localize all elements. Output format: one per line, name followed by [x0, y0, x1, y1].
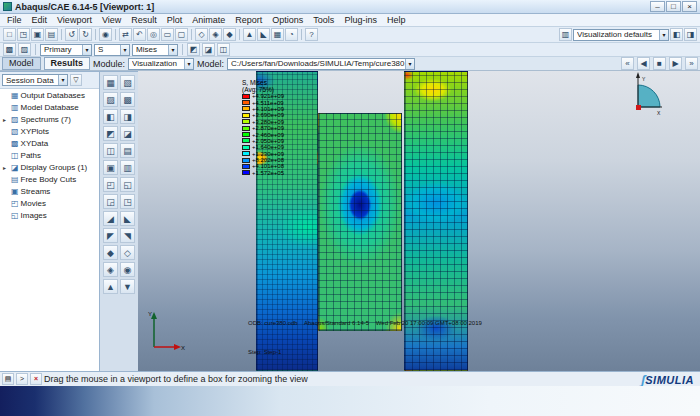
- display-group-manager-icon[interactable]: ◥: [120, 228, 135, 243]
- model-part-middle[interactable]: [318, 113, 402, 331]
- frame-selector-icon[interactable]: ◉: [120, 262, 135, 277]
- chevron-down-icon[interactable]: ▾: [58, 75, 67, 85]
- render-beam-profiles-icon[interactable]: ▥: [559, 28, 572, 41]
- tree-scope-select[interactable]: Session Data ▾: [2, 74, 68, 86]
- close-button[interactable]: ×: [682, 1, 697, 12]
- plot-contours-icon[interactable]: ▨: [103, 92, 118, 107]
- tree-item-free-body-cuts[interactable]: ▤ Free Body Cuts: [0, 173, 99, 185]
- plot-material-orientations-icon[interactable]: ◧: [103, 109, 118, 124]
- tree-item-xyplots[interactable]: ▧ XYPlots: [0, 125, 99, 137]
- view-cut-manager-icon[interactable]: ◳: [120, 194, 135, 209]
- minimize-button[interactable]: –: [650, 1, 665, 12]
- menu-options[interactable]: Options: [267, 15, 308, 25]
- contour-options-icon[interactable]: ◰: [103, 177, 118, 192]
- menu-edit[interactable]: Edit: [27, 15, 53, 25]
- animate-scale-factor-icon[interactable]: ◩: [103, 126, 118, 141]
- create-display-group-icon[interactable]: ◆: [103, 245, 118, 260]
- menu-animate[interactable]: Animate: [187, 15, 230, 25]
- plot-state-select[interactable]: Primary ▾: [40, 44, 92, 56]
- activate-view-cut-icon[interactable]: ◢: [103, 211, 118, 226]
- tree-item-output-databases[interactable]: ▦ Output Databases: [0, 89, 99, 101]
- chevron-down-icon[interactable]: ▾: [82, 45, 91, 55]
- menu-plugins[interactable]: Plug-ins: [339, 15, 382, 25]
- wireframe-render-icon[interactable]: ◇: [195, 28, 208, 41]
- view-compass[interactable]: Y X: [630, 71, 664, 119]
- field-variable-select[interactable]: S ▾: [94, 44, 130, 56]
- field-output-dialog-icon[interactable]: ▩: [3, 43, 16, 56]
- tree-item-paths[interactable]: ◫ Paths: [0, 149, 99, 161]
- tree-item-xydata[interactable]: ▩ XYData: [0, 137, 99, 149]
- menu-file[interactable]: File: [2, 15, 27, 25]
- stop-animation-icon[interactable]: ■: [653, 57, 666, 70]
- perspective-icon[interactable]: ◔: [285, 28, 298, 41]
- field-output-dialog-icon[interactable]: ◈: [103, 262, 118, 277]
- common-options-icon[interactable]: ▣: [103, 160, 118, 175]
- pan-view-icon[interactable]: ⇄: [119, 28, 132, 41]
- plot-symbols-icon[interactable]: ▩: [120, 92, 135, 107]
- animation-options-icon[interactable]: ▤: [120, 143, 135, 158]
- model-select[interactable]: C:/Users/fan/Downloads/SIMULIA/Temp/cure…: [227, 58, 415, 70]
- filter-icon[interactable]: ▽: [70, 74, 82, 86]
- shaded-render-icon[interactable]: ◆: [223, 28, 236, 41]
- views-toolbox-icon[interactable]: ▦: [271, 28, 284, 41]
- animate-harmonic-icon[interactable]: ◫: [103, 143, 118, 158]
- material-orientation-options-icon[interactable]: ◲: [103, 194, 118, 209]
- query-information-icon[interactable]: ◤: [103, 228, 118, 243]
- new-file-icon[interactable]: □: [3, 28, 16, 41]
- expand-arrow-icon[interactable]: ▸: [3, 116, 9, 123]
- tree-item-streams[interactable]: ▣ Streams: [0, 185, 99, 197]
- plot-deformed-icon[interactable]: ▧: [120, 75, 135, 90]
- menu-report[interactable]: Report: [230, 15, 267, 25]
- odb-display-options-icon[interactable]: ▼: [120, 279, 135, 294]
- chevron-down-icon[interactable]: ▾: [168, 45, 177, 55]
- module-select[interactable]: Visualization ▾: [128, 58, 194, 70]
- symbol-plot-icon[interactable]: ◪: [202, 43, 215, 56]
- print-icon[interactable]: ▤: [45, 28, 58, 41]
- tab-model[interactable]: Model: [2, 57, 41, 70]
- menu-result[interactable]: Result: [126, 15, 162, 25]
- cancel-procedure-icon[interactable]: ×: [30, 373, 42, 385]
- fit-view-icon[interactable]: ▢: [175, 28, 188, 41]
- viewport-annotation-options-icon[interactable]: ▲: [103, 279, 118, 294]
- redo-icon[interactable]: ↻: [79, 28, 92, 41]
- message-area-icon[interactable]: ▤: [2, 373, 14, 385]
- hidden-line-render-icon[interactable]: ◈: [209, 28, 222, 41]
- undo-icon[interactable]: ↺: [65, 28, 78, 41]
- menu-view[interactable]: View: [97, 15, 126, 25]
- apply-defaults-icon[interactable]: ◧: [670, 28, 683, 41]
- plot-undeformed-icon[interactable]: ▦: [103, 75, 118, 90]
- tree-item-images[interactable]: ◱ Images: [0, 209, 99, 221]
- previous-frame-icon[interactable]: ◀: [637, 57, 650, 70]
- plot-options-icon[interactable]: ◨: [684, 28, 697, 41]
- query-icon[interactable]: ◉: [99, 28, 112, 41]
- contour-legend[interactable]: S, Mises (Avg: 75%) +4.921e+09 +4.511e+0…: [242, 79, 284, 176]
- expand-arrow-icon[interactable]: ▸: [3, 164, 9, 171]
- chevron-down-icon[interactable]: ▾: [659, 30, 668, 40]
- menu-plot[interactable]: Plot: [162, 15, 188, 25]
- maximize-button[interactable]: □: [666, 1, 681, 12]
- command-line-icon[interactable]: >: [16, 373, 28, 385]
- invariant-select[interactable]: Mises ▾: [132, 44, 178, 56]
- tree-item-movies[interactable]: ◰ Movies: [0, 197, 99, 209]
- section-points-icon[interactable]: ▨: [18, 43, 31, 56]
- symbol-options-icon[interactable]: ◱: [120, 177, 135, 192]
- contour-plot-icon[interactable]: ◩: [187, 43, 200, 56]
- help-icon[interactable]: ?: [305, 28, 318, 41]
- free-body-cut-manager-icon[interactable]: ◣: [120, 211, 135, 226]
- menu-tools[interactable]: Tools: [308, 15, 339, 25]
- rotate-view-icon[interactable]: ↶: [133, 28, 146, 41]
- allow-multiple-plot-states-icon[interactable]: ◨: [120, 109, 135, 124]
- chevron-down-icon[interactable]: ▾: [184, 59, 193, 69]
- tree-item-model-database[interactable]: ▥ Model Database: [0, 101, 99, 113]
- max-min-icon[interactable]: ◫: [217, 43, 230, 56]
- open-file-icon[interactable]: ◳: [17, 28, 30, 41]
- animate-time-history-icon[interactable]: ◪: [120, 126, 135, 141]
- box-zoom-icon[interactable]: ▭: [161, 28, 174, 41]
- chevron-down-icon[interactable]: ▾: [405, 59, 414, 69]
- save-file-icon[interactable]: ▣: [31, 28, 44, 41]
- tree-item-display-groups[interactable]: ▸ ◪ Display Groups (1): [0, 161, 99, 173]
- next-frame-icon[interactable]: ▶: [669, 57, 682, 70]
- visualization-defaults-select[interactable]: Visualization defaults ▾: [573, 29, 669, 41]
- first-frame-icon[interactable]: «: [621, 57, 634, 70]
- magnify-view-icon[interactable]: ◎: [147, 28, 160, 41]
